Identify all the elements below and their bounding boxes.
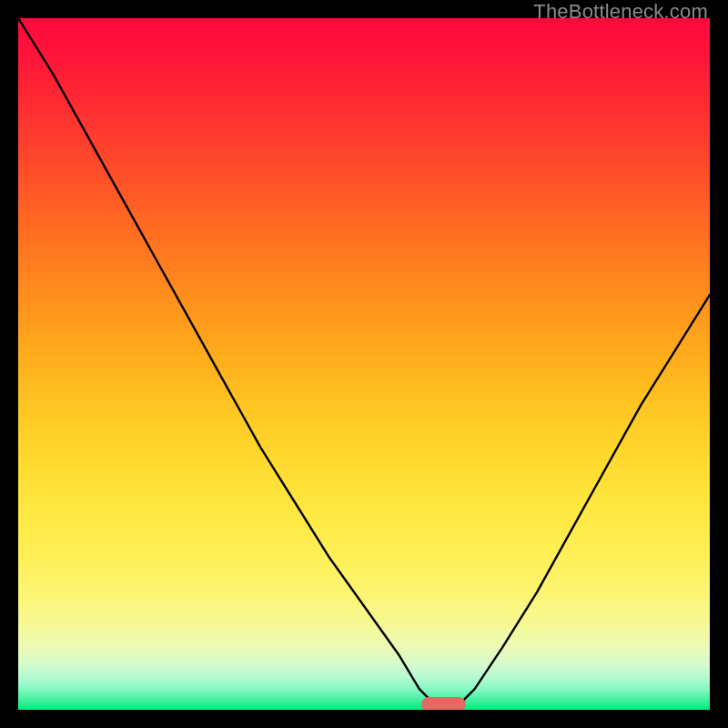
gradient-band <box>18 708 710 710</box>
watermark-text: TheBottleneck.com <box>533 0 708 24</box>
plot-area <box>18 18 710 710</box>
chart-frame: TheBottleneck.com <box>0 0 728 728</box>
